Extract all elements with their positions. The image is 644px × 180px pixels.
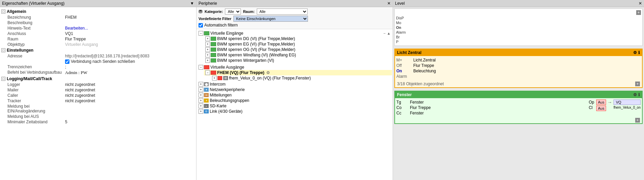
licht-flur-treppe: Flur Treppe (413, 63, 641, 68)
prop-mailer: Mailer nicht zugeordnet (0, 87, 196, 93)
licht-col-center: Licht.Zentral Flur Treppe Beleuchtung (413, 57, 641, 79)
vo-child-icon (217, 76, 222, 80)
vo-icon-fhem (211, 71, 216, 75)
vordefinierte-label: Vordefinierte Filter (199, 17, 231, 21)
tree-node-vo-header[interactable]: − Virtuelle Ausgänge (197, 65, 392, 70)
fenster-cc: Cc (396, 110, 410, 116)
vo-fhem-label: FHEM (VQ) (Flur Treppe) (217, 70, 264, 75)
vi-child-2[interactable]: + BWM sperren EG (VI) (Flur Treppe,Melde… (204, 41, 392, 47)
fenster-name: Fenster (410, 100, 587, 105)
section-logging[interactable]: □ Logging/Mail/Call/Track (0, 76, 196, 82)
intercom-icon: ⬤ (204, 82, 209, 86)
section-einstellungen[interactable]: □ Einstellungen (0, 47, 196, 53)
tree-sd[interactable]: + ▪ SD-Karte (197, 103, 392, 109)
fenster-vq-value: fhem_Velux_0_on (614, 106, 641, 109)
licht-zentral-box: Licht Zentral ⚙ ℹ M+ Off On Alarm Licht.… (394, 49, 643, 88)
expand-vi-child-3[interactable]: + (205, 47, 210, 52)
netzwerk-icon: ✦ (204, 88, 209, 92)
fenster-raum: Flur Treppe (410, 105, 587, 110)
licht-col-left: M+ Off On Alarm (396, 57, 413, 79)
licht-count: 3/18 Objekten zugeordnet (397, 82, 444, 86)
licht-gear-icon[interactable]: ⚙ (633, 50, 637, 55)
vo-children: − FHEM (VQ) (Flur Treppe) ⚙ + ⛓ fhem_Vel… (197, 70, 392, 81)
licht-box-content: M+ Off On Alarm Licht.Zentral Flur Trepp… (395, 56, 642, 80)
section-allgemein[interactable]: □ Allgemein (0, 8, 196, 15)
expand-vi-child-1[interactable]: + (205, 36, 210, 41)
expand-sd[interactable]: + (199, 104, 203, 108)
expand-mitteilungen[interactable]: + (199, 93, 203, 97)
sd-icon: ▪ (204, 104, 209, 108)
fenster-tg: Tg (396, 100, 410, 105)
vo-folder-icon (204, 65, 209, 69)
level-add-icon[interactable]: + (636, 10, 641, 15)
expand-vo[interactable]: − (199, 65, 203, 70)
fenster-cl: Cl (589, 105, 594, 110)
beleuchtung-label: Beleuchtungsgruppen (210, 98, 249, 103)
raum-select[interactable]: Alle (257, 8, 308, 15)
verbindung-label: Verbindung nach Senden schließen (71, 59, 135, 64)
collapse-vi[interactable]: − (382, 31, 387, 35)
level-item-alarm: Alarm (396, 30, 641, 35)
scroll-up-vi[interactable]: ▲ (387, 31, 391, 35)
expand-netzwerk[interactable]: + (199, 87, 203, 92)
filter-bar: ⛃ Kategorie: Alle Raum: Alle Vordefinier… (196, 7, 393, 29)
close-right-icon[interactable]: ✕ (639, 1, 642, 6)
fenster-add-icon[interactable]: + (635, 118, 640, 123)
expand-vi-child-4[interactable]: + (205, 53, 210, 57)
expand-vi[interactable]: − (199, 31, 203, 36)
tree-node-vi-header[interactable]: − Virtuelle Eingänge − ▲ (197, 31, 392, 36)
tree-area: − Virtuelle Eingänge − ▲ + BWM sperren D… (196, 29, 393, 180)
licht-info-icon[interactable]: ℹ (638, 50, 640, 55)
prop-befehl: Befehl bei Verbindungsaufbau Admin : PW (0, 70, 196, 76)
prop-logger: Logger nicht zugeordnet (0, 82, 196, 87)
middle-panel-title: Peripherie (199, 1, 217, 6)
licht-add-icon[interactable]: + (635, 82, 640, 86)
tree-mitteilungen[interactable]: + ✉ Mitteilungen (197, 92, 392, 98)
vo-child-icon2: ⛓ (223, 76, 228, 80)
fenster-info-icon[interactable]: ℹ (638, 92, 640, 97)
expand-intercom[interactable]: + (199, 82, 203, 87)
level-item-br: Br (396, 35, 641, 39)
tree-intercom[interactable]: + ⬤ Intercom (197, 82, 392, 87)
tree-beleuchtung[interactable]: + ☀ Beleuchtungsgruppen (197, 98, 392, 103)
vi-icon-2 (211, 42, 216, 46)
gear-icon[interactable]: ⚙ (266, 70, 270, 75)
vi-child-3[interactable]: + BWM sperren OG (VI) (Flur Treppe,Melde… (204, 47, 392, 52)
automatisch-checkbox[interactable] (199, 23, 203, 28)
level-item-disp: DisP (396, 16, 641, 20)
vi-child-1[interactable]: + BWM sperren DG (VI) (Flur Treppe,Melde… (204, 36, 392, 41)
expand-vi-child-2[interactable]: + (205, 42, 210, 47)
fenster-box-header: Fenster ⚙ ℹ (395, 91, 642, 98)
kategorie-select[interactable]: Alle (225, 8, 241, 15)
tree-link[interactable]: + ⛓ Link (4/30 Geräte) (197, 109, 392, 114)
licht-zentral-name: Licht.Zentral (413, 57, 641, 63)
sd-label: SD-Karte (210, 104, 226, 108)
level-item-p: P (396, 39, 641, 44)
vi-children: + BWM sperren DG (VI) (Flur Treppe,Melde… (197, 36, 392, 63)
vo-child-fhem[interactable]: − FHEM (VQ) (Flur Treppe) ⚙ (204, 70, 392, 75)
prop-bezeichnung: Bezeichnung FHEM (0, 15, 196, 20)
fenster-col-left: Tg Co Cc (396, 100, 410, 116)
expand-vi-child-5[interactable]: + (205, 58, 210, 63)
expand-link[interactable]: + (199, 109, 203, 114)
fenster-gear-icon[interactable]: ⚙ (633, 92, 637, 97)
close-icon[interactable]: ✕ (387, 1, 391, 6)
expand-vo-fhem-child[interactable]: + (212, 76, 217, 80)
licht-on: On (396, 68, 413, 74)
licht-footer: 3/18 Objekten zugeordnet + (395, 80, 642, 87)
tree-netzwerk[interactable]: + ✦ Netzwerkperipherie (197, 87, 392, 92)
expand-vo-fhem[interactable]: − (205, 70, 210, 75)
licht-alarm: Alarm (396, 74, 413, 79)
vi-child-5[interactable]: + BWM sperren Wintergarten (VI) (204, 58, 392, 63)
verbindung-checkbox[interactable] (65, 59, 69, 64)
expand-beleuchtung[interactable]: + (199, 98, 203, 103)
licht-box-header: Licht Zentral ⚙ ℹ (395, 49, 642, 56)
automatisch-label: Automatisch filtern (204, 23, 238, 28)
left-panel-scroll-btn[interactable]: ▼ (190, 1, 194, 6)
vi-child-4[interactable]: + BWM sperren Windfang (VI) (Windfang EG… (204, 52, 392, 58)
prop-tracker: Tracker nicht zugeordnet (0, 98, 196, 104)
vordefinierte-select[interactable]: Keine Einschränkungen (233, 16, 308, 22)
vo-fhem-child-1[interactable]: + ⛓ fhem_Velux_0_on (VQ) (Flur Treppe,Fe… (211, 75, 392, 81)
section-logging-title: Logging/Mail/Call/Track (7, 76, 52, 81)
level-box: + DisP Mo On Alarm Br P (394, 8, 643, 46)
